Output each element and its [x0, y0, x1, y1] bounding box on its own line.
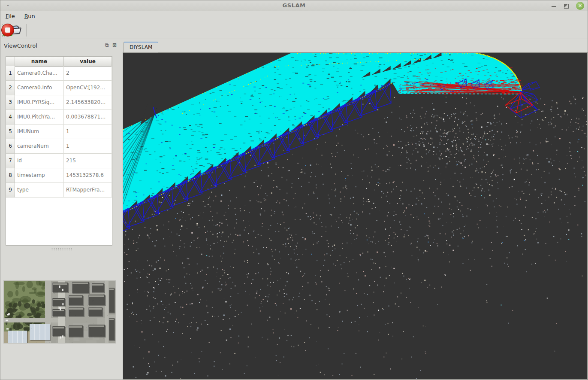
table-row[interactable]: 1Camera0.Cha…2	[6, 66, 112, 81]
cell-name[interactable]: IMUNum	[15, 125, 64, 139]
row-number: 2	[6, 81, 15, 95]
column-header-name[interactable]: name	[15, 57, 64, 67]
title-bar[interactable]: ⌄ GSLAM ✕	[0, 0, 588, 11]
minimize-button[interactable]	[550, 2, 558, 9]
splitter-handle[interactable]	[51, 248, 72, 251]
cell-value[interactable]: 2	[64, 66, 112, 81]
dock-title: ViewControl	[4, 43, 37, 49]
table-body: 1Camera0.Cha…22Camera0.InfoOpenCV:[192…3…	[6, 66, 112, 198]
row-number: 6	[6, 139, 15, 154]
cell-name[interactable]: IMU0.PYRSig…	[15, 95, 64, 110]
dock-float-icon[interactable]: ⧉	[104, 43, 110, 49]
row-number: 8	[6, 168, 15, 183]
table-row[interactable]: 6cameraNum1	[6, 139, 112, 154]
cell-name[interactable]: Camera0.Cha…	[15, 66, 64, 81]
row-number: 7	[6, 154, 15, 168]
tab-bar: DIYSLAM	[123, 41, 588, 52]
viewport-frame	[123, 52, 588, 380]
stop-icon	[5, 27, 10, 33]
cell-value[interactable]: 0.003678871…	[64, 110, 112, 125]
dock-close-icon[interactable]: ⊠	[112, 43, 118, 49]
cell-value[interactable]: OpenCV:[192…	[64, 81, 112, 95]
cell-name[interactable]: IMU0.PitchYa…	[15, 110, 64, 125]
cell-value[interactable]: 1	[64, 139, 112, 154]
table-row[interactable]: 9typeRTMapperFra…	[6, 183, 112, 198]
close-button[interactable]: ✕	[576, 2, 584, 10]
slam-3d-viewport[interactable]	[123, 53, 587, 379]
tab-diyslam[interactable]: DIYSLAM	[124, 42, 158, 52]
cell-name[interactable]: timestamp	[15, 168, 64, 183]
menu-bar: FileRun	[0, 12, 588, 21]
table-row[interactable]: 2Camera0.InfoOpenCV:[192…	[6, 81, 112, 95]
stop-button[interactable]	[0, 23, 16, 38]
table-corner	[6, 57, 15, 67]
column-header-value[interactable]: value	[64, 57, 112, 67]
aerial-thumbnail	[4, 281, 115, 343]
table-row[interactable]: 5IMUNum1	[6, 125, 112, 139]
toolbar	[0, 21, 588, 39]
table-row[interactable]: 4IMU0.PitchYa…0.003678871…	[6, 110, 112, 125]
cell-value[interactable]: RTMapperFra…	[64, 183, 112, 198]
table-row[interactable]: 8timestamp1453132578.6	[6, 168, 112, 183]
cell-name[interactable]: type	[15, 183, 64, 198]
viewcontrol-dock: ViewControl ⧉ ⊠ name value 1Camera0.Cha……	[0, 39, 123, 380]
aerial-thumbnail-image	[4, 281, 115, 343]
cell-name[interactable]: Camera0.Info	[15, 81, 64, 95]
menu-item-run[interactable]: Run	[20, 12, 39, 21]
cell-value[interactable]: 2.145633820…	[64, 95, 112, 110]
table-row[interactable]: 3IMU0.PYRSig…2.145633820…	[6, 95, 112, 110]
toolbar-separator	[26, 24, 27, 36]
row-number: 1	[6, 66, 15, 81]
table-header-row: name value	[6, 57, 112, 66]
menu-item-file[interactable]: File	[1, 12, 19, 21]
row-number: 4	[6, 110, 15, 125]
app-window: ⌄ GSLAM ✕ FileRun ViewControl ⧉ ⊠	[0, 0, 588, 380]
cell-value[interactable]: 215	[64, 154, 112, 168]
cell-name[interactable]: cameraNum	[15, 139, 64, 154]
row-number: 9	[6, 183, 15, 198]
table-row[interactable]: 7id215	[6, 154, 112, 168]
maximize-button[interactable]	[562, 2, 570, 9]
window-title: GSLAM	[0, 2, 588, 9]
row-number: 3	[6, 95, 15, 110]
row-number: 5	[6, 125, 15, 139]
cell-name[interactable]: id	[15, 154, 64, 168]
cell-value[interactable]: 1453132578.6	[64, 168, 112, 183]
cell-value[interactable]: 1	[64, 125, 112, 139]
property-table[interactable]: name value 1Camera0.Cha…22Camera0.InfoOp…	[6, 56, 112, 246]
